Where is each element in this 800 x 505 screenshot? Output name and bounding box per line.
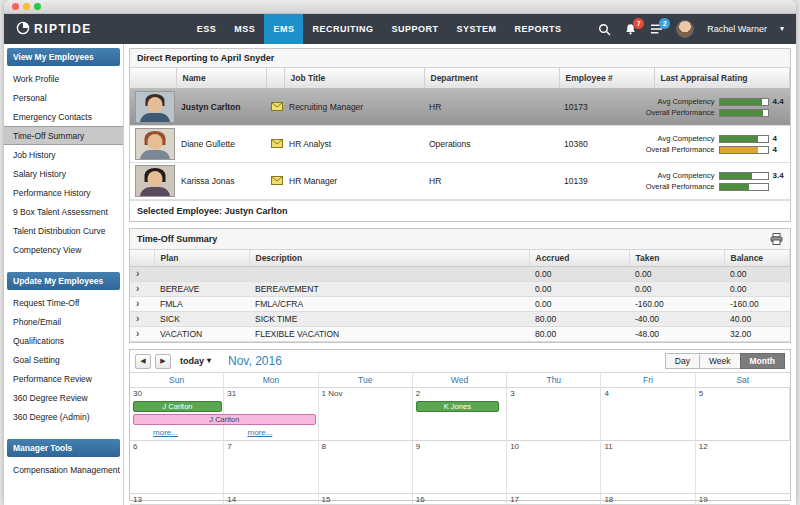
- notifications-bell-icon[interactable]: 7: [624, 23, 637, 36]
- employee-number: 10173: [559, 89, 654, 126]
- view-week-button[interactable]: Week: [699, 353, 741, 369]
- envelope-icon[interactable]: [271, 140, 283, 150]
- sidebar-item-performance-review[interactable]: Performance Review: [4, 369, 123, 388]
- sidebar-item-qualifications[interactable]: Qualifications: [4, 331, 123, 350]
- calendar-day-cell[interactable]: 12: [696, 441, 790, 494]
- timeoff-row-bereave[interactable]: › BEREAVE BEREAVEMENT 0.00 0.00 0.00: [130, 282, 790, 297]
- envelope-icon[interactable]: [271, 103, 283, 113]
- calendar-day-cell[interactable]: 4: [601, 388, 695, 441]
- app-window: RIPTIDE ESS MSS EMS RECRUITING SUPPORT S…: [4, 0, 796, 505]
- sidebar-item-competency-view[interactable]: Competency View: [4, 240, 123, 259]
- calendar-day-cell[interactable]: 16: [413, 494, 507, 505]
- sidebar-item-job-history[interactable]: Job History: [4, 145, 123, 164]
- calendar-event-j-carlton[interactable]: J Carlton: [133, 401, 223, 412]
- calendar-day-cell[interactable]: 17: [507, 494, 601, 505]
- plan-column-header: Plan: [154, 250, 249, 267]
- navbar-right: 7 2 Rachel Warner ▾: [598, 20, 784, 38]
- calendar-day-cell[interactable]: 19: [696, 494, 790, 505]
- row-expander-icon[interactable]: ›: [136, 268, 139, 279]
- calendar-day-cell[interactable]: 14: [224, 494, 318, 505]
- direct-reporting-header: Direct Reporting to April Snyder: [130, 49, 790, 68]
- sidebar-item-360-degree-review[interactable]: 360 Degree Review: [4, 388, 123, 407]
- sidebar-item-performance-history[interactable]: Performance History: [4, 183, 123, 202]
- calendar-day-cell[interactable]: 15: [319, 494, 413, 505]
- sidebar-item-work-profile[interactable]: Work Profile: [4, 69, 123, 88]
- calendar-panel: ◀ ▶ today ▾ Nov, 2016 Day Week Month Sun: [129, 349, 791, 501]
- taken-cell: 0.00: [629, 282, 724, 297]
- sidebar-item-360-degree-admin[interactable]: 360 Degree (Admin): [4, 407, 123, 426]
- employee-row-diane-gullette[interactable]: Diane Gullette HR Analyst Operations 103…: [130, 126, 790, 163]
- view-day-button[interactable]: Day: [665, 353, 700, 369]
- prev-month-button[interactable]: ◀: [135, 354, 151, 369]
- nav-item-reports[interactable]: REPORTS: [505, 14, 570, 44]
- row-expander-icon[interactable]: ›: [136, 283, 139, 294]
- overall-performance-label: Overall Performance: [646, 145, 715, 154]
- overall-performance-value: 4: [773, 145, 787, 154]
- search-icon[interactable]: [598, 23, 611, 36]
- sidebar-item-9-box-talent-assessment[interactable]: 9 Box Talent Assessment: [4, 202, 123, 221]
- today-button[interactable]: today ▾: [175, 355, 216, 367]
- sidebar-item-compensation-management[interactable]: Compensation Management: [4, 460, 123, 479]
- riptide-logo-icon: [16, 21, 30, 38]
- timeoff-row-fmla[interactable]: › FMLA FMLA/CFRA 0.00 -160.00 -160.00: [130, 297, 790, 312]
- plan-cell: BEREAVE: [154, 282, 249, 297]
- close-window-button[interactable]: [12, 3, 19, 10]
- messages-icon[interactable]: 2: [650, 23, 663, 35]
- sidebar-item-personal[interactable]: Personal: [4, 88, 123, 107]
- maximize-window-button[interactable]: [34, 3, 41, 10]
- calendar-day-cell[interactable]: 6: [130, 441, 224, 494]
- user-avatar[interactable]: [676, 20, 694, 38]
- nav-item-mss[interactable]: MSS: [225, 14, 264, 44]
- employee-number: 10380: [559, 126, 654, 163]
- employee-row-karissa-jonas[interactable]: Karissa Jonas HR Manager HR 10139 Avg Co…: [130, 163, 790, 200]
- view-month-button[interactable]: Month: [740, 353, 786, 369]
- calendar-day-cell[interactable]: 5: [696, 388, 790, 441]
- sidebar-item-salary-history[interactable]: Salary History: [4, 164, 123, 183]
- calendar-day-cell[interactable]: 13: [130, 494, 224, 505]
- user-menu-caret-icon[interactable]: ▾: [780, 25, 784, 33]
- minimize-window-button[interactable]: [23, 3, 30, 10]
- calendar-event-j-carlton-2[interactable]: J Carlton: [133, 414, 316, 425]
- row-expander-icon[interactable]: ›: [136, 313, 139, 324]
- sidebar-item-goal-setting[interactable]: Goal Setting: [4, 350, 123, 369]
- calendar-day-cell[interactable]: 11: [601, 441, 695, 494]
- calendar-day-cell[interactable]: 8: [319, 441, 413, 494]
- timeoff-row-vacation[interactable]: › VACATION FLEXIBLE VACATION 80.00 -48.0…: [130, 327, 790, 342]
- calendar-day-cell[interactable]: 2: [413, 388, 507, 441]
- riptide-logo[interactable]: RIPTIDE: [16, 21, 92, 38]
- envelope-icon[interactable]: [271, 177, 283, 187]
- sidebar-item-talent-distribution-curve[interactable]: Talent Distribution Curve: [4, 221, 123, 240]
- sidebar-item-emergency-contacts[interactable]: Emergency Contacts: [4, 107, 123, 126]
- calendar-event-k-jones[interactable]: K Jones: [416, 401, 499, 412]
- sidebar-item-time-off-summary[interactable]: Time-Off Summary: [4, 126, 123, 145]
- day-header-wed: Wed: [413, 373, 507, 388]
- calendar-day-cell[interactable]: 9: [413, 441, 507, 494]
- sidebar-item-request-time-off[interactable]: Request Time-Off: [4, 293, 123, 312]
- calendar-day-cell[interactable]: 1 Nov: [319, 388, 413, 441]
- next-month-button[interactable]: ▶: [155, 354, 171, 369]
- employee-department: HR: [424, 163, 559, 200]
- nav-item-support[interactable]: SUPPORT: [382, 14, 447, 44]
- nav-item-recruiting[interactable]: RECRUITING: [303, 14, 382, 44]
- name-column-header: Name: [176, 68, 266, 89]
- window-titlebar: [4, 0, 796, 14]
- more-events-link[interactable]: more...: [153, 428, 178, 437]
- print-icon[interactable]: [770, 233, 783, 245]
- sidebar-item-phone-email[interactable]: Phone/Email: [4, 312, 123, 331]
- calendar-day-cell[interactable]: 7: [224, 441, 318, 494]
- timeoff-row[interactable]: › 0.00 0.00 0.00: [130, 267, 790, 282]
- day-header-tue: Tue: [319, 373, 413, 388]
- nav-item-ess[interactable]: ESS: [188, 14, 226, 44]
- plan-cell: SICK: [154, 312, 249, 327]
- calendar-day-cell[interactable]: 18: [601, 494, 695, 505]
- nav-item-system[interactable]: SYSTEM: [447, 14, 505, 44]
- row-expander-icon[interactable]: ›: [136, 298, 139, 309]
- row-expander-icon[interactable]: ›: [136, 328, 139, 339]
- calendar-day-cell[interactable]: 3: [507, 388, 601, 441]
- avg-competency-label: Avg Competency: [658, 134, 715, 143]
- more-events-link[interactable]: more...: [247, 428, 272, 437]
- employee-row-justyn-carlton[interactable]: Justyn Carlton Recruiting Manager HR 101…: [130, 89, 790, 126]
- timeoff-row-sick[interactable]: › SICK SICK TIME 80.00 -40.00 40.00: [130, 312, 790, 327]
- calendar-day-cell[interactable]: 10: [507, 441, 601, 494]
- nav-item-ems[interactable]: EMS: [264, 14, 303, 44]
